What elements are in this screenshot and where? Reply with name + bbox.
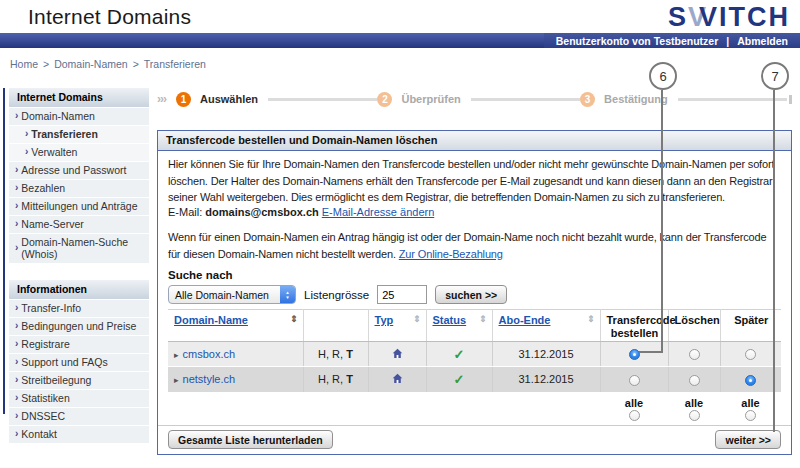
sidebar-item-bedingungen[interactable]: ›Bedingungen und Preise — [9, 318, 149, 336]
callout-7-badge: 7 — [761, 62, 789, 90]
sidebar-item-label: Registrare — [21, 338, 69, 350]
column-header-typ: Typ⇕ — [368, 310, 426, 342]
panel-title: Transfercode bestellen und Domain-Namen … — [158, 131, 791, 151]
sort-typ-link[interactable]: Typ — [375, 314, 394, 326]
wizard-chevrons-icon: ››› — [157, 92, 166, 106]
wizard-step-2-label: Überprüfen — [401, 93, 460, 105]
wizard-connector — [678, 98, 787, 101]
sidebar-item-kontakt[interactable]: ›Kontakt — [9, 426, 149, 444]
download-list-button[interactable]: Gesamte Liste herunterladen — [168, 430, 333, 449]
next-button[interactable]: weiter >> — [715, 430, 781, 449]
radio-netstyle-loeschen[interactable] — [689, 375, 700, 386]
chevron-right-icon: › — [15, 242, 18, 254]
chevron-right-icon: › — [15, 110, 18, 122]
sidebar-item-label: Name-Server — [21, 218, 83, 230]
alle-radio-spaeter[interactable] — [745, 410, 756, 421]
select-all-row: alle alle alle — [600, 397, 781, 421]
alle-radio-loeschen[interactable] — [689, 410, 700, 421]
sidebar-item-label: Streitbeilegung — [21, 374, 91, 386]
sort-status-link[interactable]: Status — [433, 314, 467, 326]
sort-domain-link[interactable]: Domain-Name — [174, 314, 248, 326]
breadcrumb-domain-namen[interactable]: Domain-Namen — [54, 58, 128, 70]
chevron-right-icon: › — [15, 218, 18, 230]
column-header-abo-ende: Abo-Ende⇕ — [492, 310, 600, 342]
breadcrumb-transferieren[interactable]: Transferieren — [144, 58, 206, 70]
status-cell: ✓ — [426, 367, 492, 392]
sidebar-item-transfer-info[interactable]: ›Transfer-Info — [9, 300, 149, 318]
radio-cmsbox-transfercode[interactable] — [629, 349, 640, 360]
sidebar-item-label: Kontakt — [21, 428, 57, 440]
chevron-right-icon: › — [25, 146, 28, 158]
column-header-transfercode: Transfercode bestellen — [600, 310, 668, 342]
sidebar-item-domain-namen[interactable]: ›Domain-Namen — [9, 108, 149, 126]
sidebar-item-label: Domain-Namen — [21, 110, 95, 122]
wizard-step-3-label: Bestätigung — [604, 93, 668, 105]
callout-6-badge: 6 — [649, 62, 677, 90]
alle-label: alle — [741, 397, 759, 409]
logo-rest: ITCH — [719, 2, 790, 32]
logout-link[interactable]: Abmelden — [737, 35, 788, 47]
chevron-right-icon: › — [15, 164, 18, 176]
sort-icon[interactable]: ⇕ — [290, 314, 298, 325]
domain-link-netstyle[interactable]: netstyle.ch — [183, 373, 236, 385]
email-row: E-Mail: domains@cmsbox.ch E-Mail-Adresse… — [168, 206, 434, 218]
row-expand-icon[interactable]: ▸ — [174, 375, 179, 385]
sidebar-item-mitteilungen[interactable]: ›Mitteilungen und Anträge — [9, 198, 149, 216]
select-down-icon: ▼ — [285, 295, 289, 300]
sidebar-section-title-informationen: Informationen — [9, 280, 149, 300]
check-icon: ✓ — [454, 372, 465, 387]
change-email-link[interactable]: E-Mail-Adresse ändern — [322, 206, 435, 218]
sidebar-item-dnssec[interactable]: ›DNSSEC — [9, 408, 149, 426]
radio-cmsbox-loeschen[interactable] — [689, 349, 700, 360]
sidebar-item-verwalten[interactable]: ›Verwalten — [9, 144, 149, 162]
sidebar-item-label: Domain-Namen-Suche (Whois) — [21, 236, 145, 260]
search-button[interactable]: suchen >> — [435, 285, 507, 304]
wizard-step-1-label: Auswählen — [200, 93, 258, 105]
account-link[interactable]: Benutzerkonto von Testbenutzer — [556, 35, 719, 47]
sidebar-item-transferieren[interactable]: ›Transferieren — [9, 126, 149, 144]
radio-netstyle-spaeter[interactable] — [745, 375, 756, 386]
sort-icon[interactable]: ⇕ — [587, 314, 595, 325]
alle-label: alle — [685, 397, 703, 409]
sort-abo-link[interactable]: Abo-Ende — [499, 314, 551, 326]
sidebar-item-label: Support und FAQs — [21, 356, 107, 368]
sidebar-item-adresse-und-passwort[interactable]: ›Adresse und Passwort — [9, 162, 149, 180]
sidebar-item-statistiken[interactable]: ›Statistiken — [9, 390, 149, 408]
chevron-right-icon: › — [15, 428, 18, 440]
sidebar-item-bezahlen[interactable]: ›Bezahlen — [9, 180, 149, 198]
holder-roles-cell: H, R, T — [303, 367, 368, 392]
breadcrumb-home[interactable]: Home — [10, 58, 38, 70]
sidebar-item-streitbeilegung[interactable]: ›Streitbeilegung — [9, 372, 149, 390]
sidebar-item-label: Bedingungen und Preise — [21, 320, 136, 332]
radio-netstyle-transfercode[interactable] — [629, 375, 640, 386]
typ-cell — [368, 342, 426, 367]
domain-table: Domain-Name⇕ Typ⇕ Status⇕ Abo-Ende⇕ Tran… — [168, 309, 781, 392]
domain-link-cmsbox[interactable]: cmsbox.ch — [183, 348, 236, 360]
wizard-steps: ››› 1 Auswählen 2 Überprüfen 3 Bestätigu… — [157, 88, 792, 110]
sidebar-item-whois[interactable]: ›Domain-Namen-Suche (Whois) — [9, 234, 149, 264]
sort-icon[interactable]: ⇕ — [413, 314, 421, 325]
sort-icon[interactable]: ⇕ — [479, 314, 487, 325]
list-size-input[interactable] — [377, 285, 427, 304]
spaeter-cell — [720, 342, 781, 367]
domain-filter-value: Alle Domain-Namen — [169, 289, 280, 301]
sidebar-item-registrare[interactable]: ›Registrare — [9, 336, 149, 354]
online-payment-link[interactable]: Zur Online-Bezahlung — [399, 248, 503, 260]
radio-cmsbox-spaeter[interactable] — [745, 349, 756, 360]
domain-filter-select[interactable]: Alle Domain-Namen ▲ ▼ — [168, 285, 296, 304]
house-icon — [392, 373, 403, 384]
sidebar-item-name-server[interactable]: ›Name-Server — [9, 216, 149, 234]
status-cell: ✓ — [426, 342, 492, 367]
holder-roles-cell: H, R, T — [303, 342, 368, 367]
spaeter-cell — [720, 367, 781, 392]
row-expand-icon[interactable]: ▸ — [174, 350, 179, 360]
sidebar-item-support[interactable]: ›Support und FAQs — [9, 354, 149, 372]
select-all-transfercode: alle — [600, 397, 668, 421]
alle-radio-transfercode[interactable] — [629, 410, 640, 421]
breadcrumb: Home > Domain-Namen > Transferieren — [10, 58, 206, 70]
wizard-step-3-badge: 3 — [580, 92, 595, 107]
logo-letter: S — [668, 2, 688, 32]
column-header-loeschen: Löschen — [668, 310, 720, 342]
chevron-right-icon: › — [15, 320, 18, 332]
account-separator: | — [726, 35, 729, 47]
